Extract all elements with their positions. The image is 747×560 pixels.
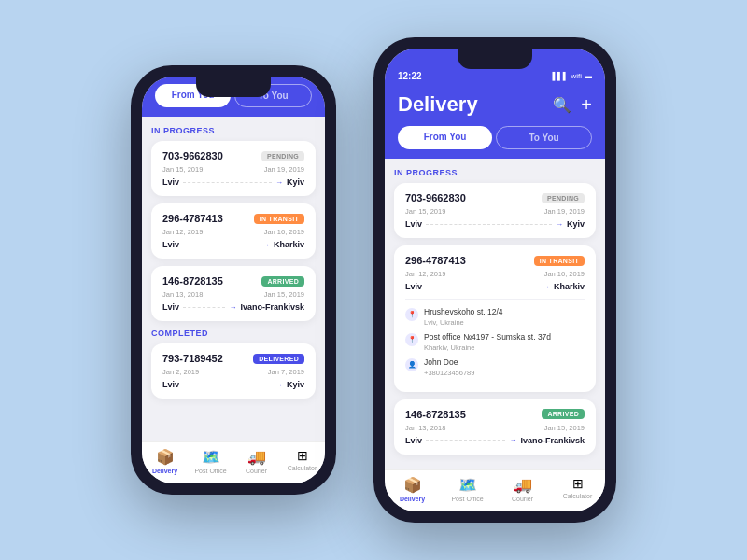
wifi-icon: wifi (571, 72, 582, 80)
route-line-1-right (426, 224, 552, 225)
dest-2-right: Kharkiv (554, 282, 585, 291)
header-icons-right: 🔍 + (553, 94, 592, 116)
origin-completed-left: Lviv (162, 380, 179, 389)
badge-3-left: ARRIVED (261, 276, 304, 287)
dest-2-left: Kharkiv (274, 240, 304, 249)
tracking-3-right: 146-8728135 (405, 409, 466, 420)
bottom-nav-right: 📦 Delivery 🗺️ Post Office 🚚 Courier ⊞ Ca… (385, 469, 605, 511)
content-right: IN PROGRESS 703-9662830 PENDING Jan 15, … (385, 159, 605, 469)
nav-delivery-label-right: Delivery (400, 496, 425, 502)
arrow-3-right: → (509, 436, 516, 444)
date-to-1-right: Jan 19, 2019 (544, 207, 585, 216)
badge-2-left: IN TRANSIT (254, 214, 304, 224)
date-to-3-left: Jan 15, 2019 (264, 290, 304, 299)
arrow-2-left: → (262, 241, 270, 249)
route-line-2-right (426, 287, 539, 287)
card-1-right[interactable]: 703-9662830 PENDING Jan 15, 2019 Jan 19,… (394, 183, 596, 238)
origin-1-right: Lviv (405, 219, 422, 229)
battery-icon: ▬ (585, 72, 592, 80)
date-to-1-left: Jan 19, 2019 (264, 165, 304, 174)
tab-from-you-right[interactable]: From You (398, 126, 492, 149)
origin-1-left: Lviv (162, 177, 179, 187)
card-3-right[interactable]: 146-8728135 ARRIVED Jan 13, 2018 Jan 15,… (394, 399, 596, 455)
card-completed-left[interactable]: 793-7189452 DELIVERED Jan 2, 2019 Jan 7,… (151, 343, 316, 399)
nav-delivery-right[interactable]: 📦 Delivery (385, 476, 440, 502)
card-detail-2-right: 📍 Hrushevskoho st. 12/4 Lviv, Ukraine 📍 … (405, 299, 585, 377)
nav-delivery-label-left: Delivery (152, 468, 177, 474)
bottom-nav-left: 📦 Delivery 🗺️ Post Office 🚚 Courier ⊞ Ca… (142, 441, 325, 483)
calculator-icon-left: ⊞ (297, 448, 308, 463)
date-from-3-left: Jan 13, 2018 (162, 290, 203, 299)
card-3-left[interactable]: 146-8728135 ARRIVED Jan 13, 2018 Jan 15,… (151, 266, 316, 321)
tracking-completed-left: 793-7189452 (162, 353, 223, 364)
date-from-3-right: Jan 13, 2018 (405, 424, 445, 432)
badge-completed-left: DELIVERED (253, 354, 304, 364)
arrow-1-left: → (275, 178, 283, 187)
search-icon[interactable]: 🔍 (553, 96, 571, 114)
badge-3-right: ARRIVED (542, 409, 585, 419)
origin-3-left: Lviv (162, 302, 179, 312)
courier-icon-right: 🚚 (514, 476, 532, 494)
nav-delivery-left[interactable]: 📦 Delivery (142, 448, 188, 474)
courier-icon-left: 🚚 (247, 448, 266, 466)
card-2-right[interactable]: 296-4787413 IN TRANSIT Jan 12, 2019 Jan … (394, 245, 596, 392)
section-completed-left: COMPLETED (151, 329, 316, 338)
phone-right: 12:22 ▌▌▌ wifi ▬ Delivery 🔍 + From You T… (374, 37, 616, 523)
arrow-completed-left: → (275, 381, 283, 389)
nav-calculator-right[interactable]: ⊞ Calculator (550, 476, 605, 502)
nav-courier-label-right: Courier (512, 496, 533, 502)
dest-1-left: Kyiv (287, 177, 304, 187)
pickup-city: Lviv, Ukraine (424, 318, 503, 327)
dest-3-left: Ivano-Frankivsk (240, 302, 304, 312)
section-in-progress-right: IN PROGRESS (394, 168, 596, 177)
origin-2-right: Lviv (405, 282, 422, 291)
date-to-completed-left: Jan 7, 2019 (268, 368, 304, 376)
phone-left: From You To You IN PROGRESS 703-9662830 … (131, 65, 336, 495)
dest-3-right: Ivano-Frankivsk (520, 436, 585, 445)
nav-postoffice-left[interactable]: 🗺️ Post Office (188, 448, 233, 474)
notch-left (196, 77, 271, 97)
date-from-2-left: Jan 12, 2019 (162, 228, 203, 236)
tracking-3-left: 146-8728135 (162, 275, 223, 287)
card-2-left[interactable]: 296-4787413 IN TRANSIT Jan 12, 2019 Jan … (151, 203, 316, 259)
badge-2-right: IN TRANSIT (534, 256, 585, 266)
location-icon-dropoff: 📍 (405, 333, 418, 346)
origin-2-left: Lviv (162, 240, 179, 249)
route-line-3-left (183, 307, 225, 308)
tab-bar-right: From You To You (385, 126, 605, 159)
nav-calculator-left[interactable]: ⊞ Calculator (279, 448, 325, 474)
person-phone: +380123456789 (424, 369, 474, 377)
date-from-1-right: Jan 15, 2019 (405, 207, 445, 216)
content-left: IN PROGRESS 703-9662830 PENDING Jan 15, … (142, 117, 325, 441)
dropoff-detail: 📍 Post office №4197 - Sumska st. 37d Kha… (405, 332, 585, 352)
origin-3-right: Lviv (405, 436, 422, 445)
time-display: 12:22 (398, 71, 422, 81)
route-line-1-left (183, 182, 272, 183)
dropoff-city: Kharkiv, Ukraine (424, 343, 551, 352)
tracking-1-left: 703-9662830 (162, 150, 223, 161)
nav-postoffice-right[interactable]: 🗺️ Post Office (440, 476, 495, 502)
nav-calculator-label-right: Calculator (563, 493, 593, 499)
card-1-left[interactable]: 703-9662830 PENDING Jan 15, 2019 Jan 19,… (151, 141, 316, 196)
tracking-2-left: 296-4787413 (162, 213, 223, 224)
tab-to-you-right[interactable]: To You (496, 126, 592, 149)
app-title-right: Delivery (398, 92, 478, 117)
app-header-right: Delivery 🔍 + (385, 87, 605, 126)
calculator-icon-right: ⊞ (572, 476, 584, 491)
nav-courier-left[interactable]: 🚚 Courier (233, 448, 279, 474)
person-name: John Doe (424, 357, 474, 369)
add-icon[interactable]: + (581, 94, 592, 116)
nav-postoffice-label-left: Post Office (194, 468, 226, 474)
arrow-2-right: → (543, 283, 550, 291)
dropoff-address: Post office №4197 - Sumska st. 37d (424, 332, 551, 343)
date-to-2-left: Jan 16, 2019 (264, 228, 304, 236)
pickup-detail: 📍 Hrushevskoho st. 12/4 Lviv, Ukraine (405, 307, 585, 327)
pickup-address: Hrushevskoho st. 12/4 (424, 307, 503, 318)
delivery-icon-right: 📦 (403, 476, 422, 494)
route-line-completed-left (183, 385, 272, 385)
nav-courier-right[interactable]: 🚚 Courier (495, 476, 550, 502)
dest-1-right: Kyiv (567, 219, 585, 229)
badge-1-right: PENDING (542, 193, 585, 203)
person-detail: 👤 John Doe +380123456789 (405, 357, 585, 377)
dest-completed-left: Kyiv (287, 380, 304, 389)
